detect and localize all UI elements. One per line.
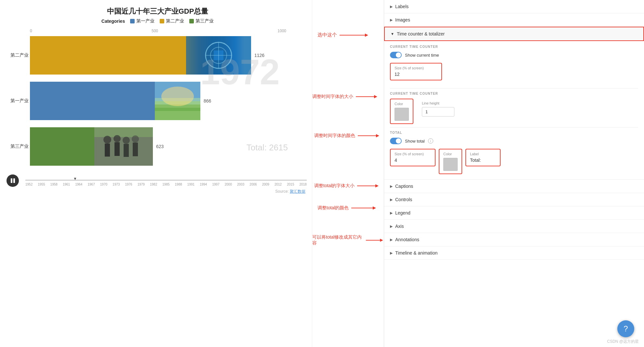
annotation-total-text: 可以将total修改成其它内容 — [312, 234, 384, 246]
section-annotations: ▶ Annotations — [384, 233, 644, 246]
tl-yr-0: 1952 — [25, 183, 33, 186]
section-images-label: Images — [395, 17, 410, 22]
svg-marker-28 — [375, 184, 379, 187]
tl-yr-13: 1991 — [187, 183, 195, 186]
toggle-show-total[interactable] — [390, 138, 402, 144]
total-field-label: Label — [470, 152, 496, 156]
timeline-track[interactable]: ▼ — [25, 180, 307, 181]
toggle-show-total-label: Show total — [405, 139, 425, 144]
right-panel: ▶ Labels ▶ Images ▼ Time counter & total… — [384, 0, 644, 347]
section-controls: ▶ Controls — [384, 193, 644, 206]
chart-title: 中国近几十年三大产业GDP总量 — [7, 7, 309, 16]
section-legend-header[interactable]: ▶ Legend — [384, 206, 644, 219]
tl-yr-5: 1967 — [87, 183, 95, 186]
section-controls-header[interactable]: ▶ Controls — [384, 193, 644, 206]
section-time-counter-header[interactable]: ▼ Time counter & totalizer — [384, 27, 644, 41]
ann-text-3: 调整时间字体的颜色 — [314, 133, 355, 139]
source-link[interactable]: 聚汇数据 — [290, 189, 305, 194]
section-axis-header[interactable]: ▶ Axis — [384, 220, 644, 233]
pause-button[interactable] — [7, 174, 19, 187]
svg-marker-26 — [376, 134, 379, 137]
bar-image-2-overlay — [186, 36, 251, 75]
timeline-track-wrap[interactable]: ▼ 1952 1955 1958 1961 1964 1967 1970 197… — [23, 175, 309, 186]
section-legend-arrow: ▶ — [390, 211, 393, 215]
tl-yr-19: 2009 — [262, 183, 269, 186]
total-size-field-box: Size (% of screen) — [390, 149, 436, 166]
ann-arrow-3 — [357, 133, 380, 139]
tl-yr-10: 1982 — [150, 183, 157, 186]
tl-yr-4: 1964 — [75, 183, 82, 186]
bar-row-3: 第三产业 — [30, 126, 306, 167]
tl-yr-7: 1973 — [113, 183, 120, 186]
bar-label-3: 第三产业 — [7, 144, 29, 149]
annotation-select: 选中这个 — [317, 32, 368, 38]
section-images-header[interactable]: ▶ Images — [384, 13, 644, 26]
line-height-label: Line height — [422, 101, 454, 105]
section-legend: ▶ Legend — [384, 206, 644, 220]
legend-item-2: 第二产业 — [160, 18, 184, 24]
timeline-row: ▼ 1952 1955 1958 1961 1964 1967 1970 197… — [7, 174, 309, 187]
subsection-current-time-label: CURRENT TIME COUNTER — [390, 45, 638, 49]
tl-yr-1: 1955 — [38, 183, 45, 186]
tl-yr-22: 2018 — [300, 183, 307, 186]
help-button[interactable]: ? — [617, 320, 634, 337]
color-line-height-row: Color Line height — [390, 99, 638, 124]
section-captions-label: Captions — [395, 184, 413, 189]
svg-point-13 — [103, 136, 111, 144]
bar-fill-3 — [30, 127, 153, 166]
size-field-label: Size (% of screen) — [395, 66, 437, 70]
tl-yr-2: 1958 — [50, 183, 58, 186]
size-field-box: Size (% of screen) — [390, 63, 442, 80]
section-labels-arrow: ▶ — [390, 5, 393, 9]
svg-marker-32 — [380, 239, 383, 242]
timeline-labels: 1952 1955 1958 1961 1964 1967 1970 1973 … — [25, 183, 307, 186]
svg-rect-14 — [105, 144, 110, 157]
total-size-input[interactable] — [395, 158, 421, 163]
bar-image-svg-1 — [155, 82, 200, 120]
section-time-counter-content: CURRENT TIME COUNTER Show current time S… — [384, 41, 644, 179]
bar-image-svg-3 — [94, 127, 153, 166]
section-annotations-header[interactable]: ▶ Annotations — [384, 233, 644, 246]
divider-1 — [390, 88, 638, 89]
help-icon: ? — [624, 324, 628, 333]
color-swatch-total[interactable] — [443, 158, 458, 171]
ann-text-6: 可以将total修改成其它内容 — [312, 234, 363, 246]
size-input[interactable] — [395, 72, 421, 77]
svg-marker-24 — [374, 95, 377, 98]
section-captions-header[interactable]: ▶ Captions — [384, 180, 644, 193]
tl-yr-17: 2003 — [237, 183, 244, 186]
ann-arrow-5 — [351, 205, 377, 211]
ann-text-5: 调整total的颜色 — [317, 205, 349, 211]
subsection-total-label: TOTAL — [390, 131, 638, 134]
section-annotations-label: Annotations — [395, 237, 419, 242]
chart-legend: Categories 第一产业 第二产业 第三产业 — [7, 18, 309, 24]
timeline-thumb[interactable]: ▼ — [73, 176, 77, 181]
tl-yr-9: 1979 — [138, 183, 145, 186]
ann-arrow-1 — [339, 32, 368, 38]
ann-text-2: 调整时间字体的大小 — [312, 94, 353, 100]
section-legend-label: Legend — [395, 210, 410, 215]
section-timeline-header[interactable]: ▶ Timeline & animation — [384, 246, 644, 259]
legend-categories-label: Categories — [101, 19, 125, 24]
total-inputs-row: Size (% of screen) Color Label — [390, 149, 638, 174]
annotation-size: 调整时间字体的大小 — [312, 94, 378, 100]
section-axis-label: Axis — [395, 224, 404, 229]
section-labels-header[interactable]: ▶ Labels — [384, 0, 644, 13]
total-info-icon[interactable]: i — [428, 138, 433, 144]
bar-fill-1 — [30, 82, 200, 120]
bar-label-1: 第一产业 — [7, 98, 29, 104]
axis-label-500: 500 — [152, 29, 158, 33]
color-swatch-time[interactable] — [395, 108, 409, 121]
tl-yr-12: 1988 — [175, 183, 182, 186]
bar-row-2: 第二产业 1126 — [30, 35, 306, 76]
annotation-area: 选中这个 调整时间字体的大小 调整时间字体的颜色 调整total的字体大小 调整… — [312, 0, 384, 347]
toggle-show-current-time[interactable] — [390, 52, 402, 58]
line-height-input[interactable] — [422, 107, 454, 117]
bar-value-1: 866 — [204, 98, 211, 104]
bar-row-1: 第一产业 866 — [30, 80, 306, 122]
section-timeline-arrow: ▶ — [390, 251, 393, 255]
svg-rect-18 — [124, 144, 129, 157]
ann-arrow-4 — [356, 183, 379, 189]
total-label-input[interactable] — [470, 158, 496, 163]
legend-label-2: 第二产业 — [166, 18, 184, 24]
